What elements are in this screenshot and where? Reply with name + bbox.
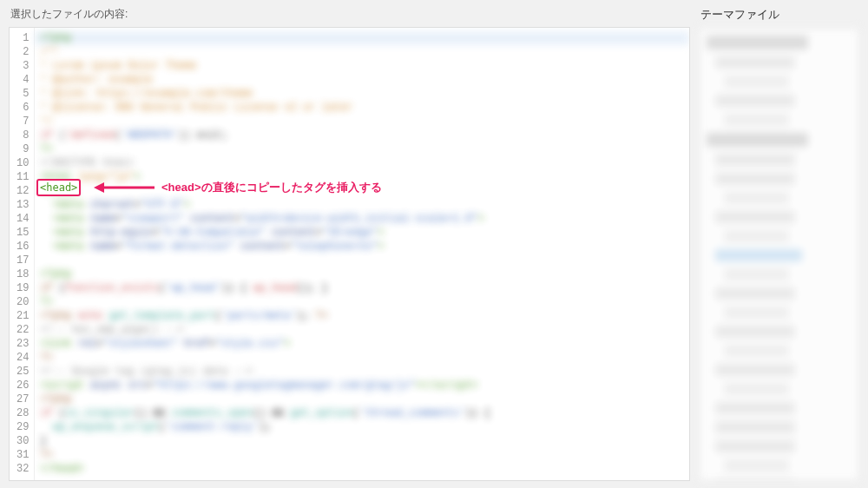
head-tag-highlight: <head> [36,181,81,195]
list-item[interactable] [715,440,795,452]
list-item[interactable] [715,249,802,261]
list-item[interactable] [724,230,789,242]
code-editor-panel: 選択したファイルの内容: 123456789101112131415161718… [9,7,690,481]
list-item[interactable] [715,421,795,433]
list-item[interactable] [707,133,808,147]
list-item[interactable] [707,36,808,49]
list-item[interactable] [724,307,789,319]
code-editor[interactable]: 1234567891011121314151617181920212223242… [9,27,690,481]
list-item[interactable] [724,76,789,88]
theme-files-panel: テーマファイル [699,7,859,481]
list-item[interactable] [715,326,795,338]
editor-header-label: 選択したファイルの内容: [9,7,690,22]
list-item[interactable] [715,56,795,69]
list-item[interactable] [724,383,789,395]
list-item[interactable] [724,192,789,204]
list-item[interactable] [724,268,789,280]
list-item[interactable] [715,478,795,481]
line-number-gutter: 1234567891011121314151617181920212223242… [10,28,35,480]
theme-file-list[interactable] [699,28,859,481]
list-item[interactable] [715,154,795,166]
list-item[interactable] [715,173,795,185]
code-content[interactable]: <?php /** * Lorem ipsum Dolor Theme * @a… [35,28,689,480]
head-tag-token: <head> [36,179,81,196]
list-item[interactable] [715,211,795,223]
list-item[interactable] [724,459,789,472]
sidebar-title: テーマファイル [699,7,859,23]
list-item[interactable] [715,95,795,107]
list-item[interactable] [715,364,795,376]
list-item[interactable] [724,345,789,357]
list-item[interactable] [715,402,795,414]
list-item[interactable] [715,287,795,300]
list-item[interactable] [724,114,789,126]
